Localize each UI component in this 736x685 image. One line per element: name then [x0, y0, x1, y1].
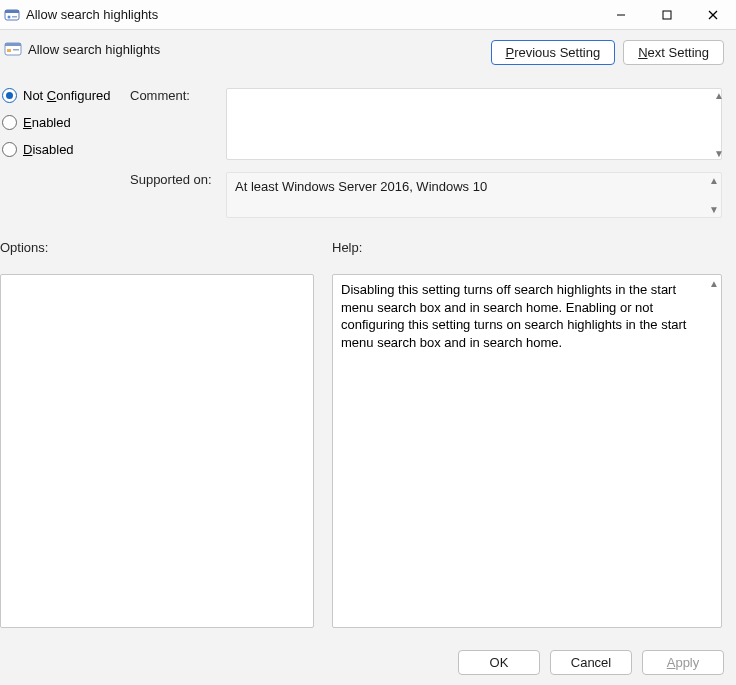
policy-name-label: Allow search highlights	[28, 42, 160, 57]
svg-rect-10	[7, 49, 11, 52]
state-radio-group: Not Configured Enabled Disabled	[2, 88, 110, 157]
header: Allow search highlights Previous Setting…	[0, 30, 736, 80]
radio-disabled[interactable]: Disabled	[2, 142, 110, 157]
app-icon	[4, 7, 20, 23]
dialog-footer: OK Cancel Apply	[458, 650, 724, 675]
svg-rect-11	[13, 49, 19, 51]
supported-on-label: Supported on:	[130, 172, 212, 187]
svg-rect-9	[5, 43, 21, 46]
radio-indicator-icon	[2, 142, 17, 157]
window-title: Allow search highlights	[26, 7, 158, 22]
window-buttons	[598, 0, 736, 30]
radio-label: Not Configured	[23, 88, 110, 103]
radio-indicator-icon	[2, 88, 17, 103]
apply-button[interactable]: Apply	[642, 650, 724, 675]
radio-indicator-icon	[2, 115, 17, 130]
nav-buttons: Previous Setting Next Setting	[491, 40, 725, 65]
options-label: Options:	[0, 240, 48, 255]
policy-icon	[4, 40, 22, 58]
supported-on-box: At least Windows Server 2016, Windows 10…	[226, 172, 722, 218]
radio-label: Enabled	[23, 115, 71, 130]
ok-button[interactable]: OK	[458, 650, 540, 675]
next-setting-button[interactable]: Next Setting	[623, 40, 724, 65]
maximize-button[interactable]	[644, 0, 690, 30]
scroll-down-icon[interactable]: ▼	[709, 204, 717, 215]
scroll-up-icon[interactable]: ▲	[709, 277, 717, 291]
help-text: Disabling this setting turns off search …	[341, 282, 686, 350]
radio-enabled[interactable]: Enabled	[2, 115, 110, 130]
svg-point-2	[8, 15, 11, 18]
radio-label: Disabled	[23, 142, 74, 157]
comment-textarea[interactable]	[226, 88, 722, 160]
scroll-up-icon[interactable]: ▲	[709, 175, 717, 186]
policy-name-row: Allow search highlights	[4, 40, 160, 58]
minimize-button[interactable]	[598, 0, 644, 30]
svg-rect-5	[663, 11, 671, 19]
radio-not-configured[interactable]: Not Configured	[2, 88, 110, 103]
options-listbox[interactable]	[0, 274, 314, 628]
supported-on-value: At least Windows Server 2016, Windows 10	[235, 179, 487, 194]
svg-rect-3	[12, 16, 17, 18]
scroll-up-icon[interactable]: ▲	[714, 90, 722, 101]
comment-label: Comment:	[130, 88, 190, 103]
help-textbox: Disabling this setting turns off search …	[332, 274, 722, 628]
svg-rect-1	[5, 10, 19, 13]
close-button[interactable]	[690, 0, 736, 30]
help-label: Help:	[332, 240, 362, 255]
previous-setting-button[interactable]: Previous Setting	[491, 40, 616, 65]
titlebar: Allow search highlights	[0, 0, 736, 30]
cancel-button[interactable]: Cancel	[550, 650, 632, 675]
